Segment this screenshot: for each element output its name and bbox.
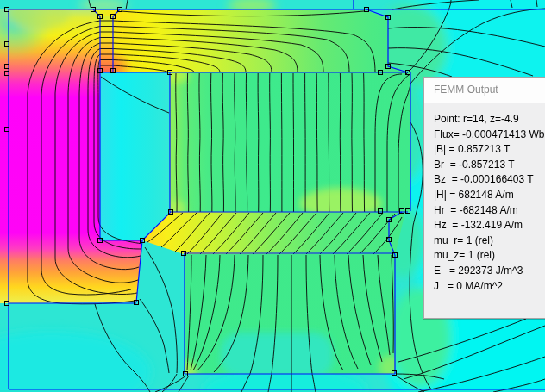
reading-energy: E = 292373 J/m^3: [434, 264, 545, 279]
reading-br: Br = -0.857213 T: [434, 158, 545, 173]
femm-output-window: FEMM Output Point: r=14, z=-4.9 Flux= -0…: [423, 77, 545, 319]
reading-h-mag: |H| = 682148 A/m: [434, 188, 545, 203]
popup-title-text: FEMM Output: [434, 84, 498, 96]
reading-b-mag: |B| = 0.857213 T: [434, 142, 545, 158]
femm-app-window: FEMM Output Point: r=14, z=-4.9 Flux= -0…: [0, 0, 545, 392]
femm-output-body: Point: r=14, z=-4.9 Flux= -0.000471413 W…: [424, 103, 545, 294]
femm-output-title-bar[interactable]: FEMM Output: [424, 78, 545, 103]
reading-current-density: J = 0 MA/m^2: [434, 279, 545, 295]
air-gap-region: [100, 16, 113, 72]
reading-mu-z: mu_z= 1 (rel): [434, 248, 545, 264]
top-plate-region: [93, 10, 408, 72]
reading-hz: Hz = -132.419 A/m: [434, 218, 545, 233]
reading-mu-r: mu_r= 1 (rel): [434, 233, 545, 249]
reading-flux: Flux= -0.000471413 Wb: [434, 128, 545, 143]
reading-point: Point: r=14, z=-4.9: [434, 112, 545, 128]
magnet-region: [170, 72, 410, 212]
reading-bz: Bz = -0.000166403 T: [434, 172, 545, 188]
reading-hr: Hr = -682148 A/m: [434, 203, 545, 219]
